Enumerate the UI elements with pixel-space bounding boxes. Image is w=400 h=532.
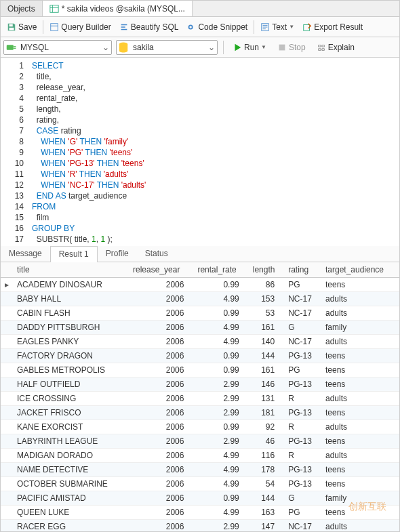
connection-toolbar: MYSQL ⌄ sakila ⌄ Run▼ Stop Explain (1, 37, 399, 58)
builder-icon (49, 22, 59, 32)
svg-rect-13 (279, 44, 285, 50)
table-row[interactable]: EAGLES PANKY20064.99140NC-17adults (1, 335, 399, 349)
table-row[interactable]: HALF OUTFIELD20062.99146PG-13teens (1, 377, 399, 392)
tab-file[interactable]: * sakila videos @sakila (MYSQL... (43, 1, 193, 16)
tab-status[interactable]: Status (137, 246, 176, 262)
tab-objects[interactable]: Objects (1, 1, 43, 16)
result-tabs: Message Result 1 Profile Status (1, 246, 399, 262)
svg-rect-0 (50, 5, 58, 12)
watermark: 创新互联 (348, 501, 386, 513)
table-row[interactable]: ICE CROSSING20062.99131Radults (1, 392, 399, 406)
chevron-down-icon: ▼ (261, 44, 266, 50)
top-tabs: Objects * sakila videos @sakila (MYSQL..… (1, 1, 399, 17)
database-combo[interactable]: sakila ⌄ (116, 40, 218, 55)
tab-label: Objects (7, 4, 35, 14)
table-row[interactable]: JACKET FRISCO20062.99181PG-13teens (1, 406, 399, 420)
text-button[interactable]: Text▼ (257, 20, 298, 34)
export-button[interactable]: Export Result (299, 20, 366, 34)
table-row[interactable]: QUEEN LUKE20064.99163PGteens (1, 506, 399, 520)
table-row[interactable]: PACIFIC AMISTAD20060.99144Gfamily (1, 491, 399, 506)
col-rating[interactable]: rating (284, 262, 321, 278)
main-toolbar: Save Query Builder Beautify SQL Code Sni… (1, 17, 399, 37)
text-icon (260, 22, 270, 32)
explain-button[interactable]: Explain (313, 41, 358, 54)
table-row[interactable]: RACER EGG20062.99147NC-17adults (1, 520, 399, 533)
table-row[interactable]: DADDY PITTSBURGH20064.99161Gfamily (1, 321, 399, 335)
beautify-label: Beautify SQL (131, 22, 179, 32)
svg-rect-3 (9, 24, 13, 26)
combo-text: sakila (130, 43, 206, 52)
svg-rect-5 (51, 23, 58, 30)
combo-text: MYSQL (18, 43, 100, 52)
table-row[interactable]: CABIN FLASH20060.9953NC-17adults (1, 306, 399, 321)
database-icon (117, 41, 130, 54)
save-label: Save (18, 22, 37, 32)
run-button[interactable]: Run▼ (229, 41, 270, 54)
table-row[interactable]: MADIGAN DORADO20064.99116Radults (1, 449, 399, 463)
explain-icon (317, 43, 326, 52)
chevron-down-icon: ⌄ (100, 43, 111, 52)
table-icon (49, 4, 59, 14)
stop-icon (277, 43, 287, 52)
connection-combo[interactable]: MYSQL ⌄ (3, 40, 112, 55)
save-button[interactable]: Save (3, 20, 40, 34)
col-title[interactable]: title (13, 262, 129, 278)
plug-icon (4, 41, 18, 54)
query-builder-button[interactable]: Query Builder (46, 20, 114, 34)
table-row[interactable]: ▸ACADEMY DINOSAUR20060.9986PGteens (1, 278, 399, 292)
result-grid[interactable]: titlerelease_yearrental_ratelengthrating… (1, 262, 399, 532)
stop-button[interactable]: Stop (274, 41, 309, 54)
export-label: Export Result (314, 22, 363, 32)
tab-profile[interactable]: Profile (98, 246, 137, 262)
table-row[interactable]: LABYRINTH LEAGUE20062.9946PG-13teens (1, 434, 399, 449)
snippet-icon (186, 22, 196, 32)
tab-result1[interactable]: Result 1 (50, 246, 98, 262)
svg-rect-4 (9, 27, 14, 30)
explain-label: Explain (328, 43, 355, 52)
run-label: Run (244, 43, 259, 52)
table-row[interactable]: BABY HALL20064.99153NC-17adults (1, 292, 399, 306)
tab-message[interactable]: Message (1, 246, 50, 262)
beautify-icon (119, 22, 129, 32)
export-icon (302, 22, 312, 32)
sql-editor[interactable]: 1234567−891011121314151617 SELECT title,… (1, 58, 399, 246)
table-row[interactable]: FACTORY DRAGON20060.99144PG-13teens (1, 349, 399, 363)
beautify-button[interactable]: Beautify SQL (116, 20, 182, 34)
qb-label: Query Builder (61, 22, 111, 32)
snippet-label: Code Snippet (198, 22, 247, 32)
chevron-down-icon: ⌄ (206, 43, 217, 52)
play-icon (233, 43, 242, 52)
table-row[interactable]: KANE EXORCIST20060.9992Radults (1, 420, 399, 434)
col-release_year[interactable]: release_year (129, 262, 193, 278)
table-row[interactable]: OCTOBER SUBMARINE20064.9954PG-13teens (1, 477, 399, 491)
disk-icon (7, 22, 16, 32)
chevron-down-icon: ▼ (289, 24, 294, 30)
col-length[interactable]: length (249, 262, 284, 278)
tab-label: * sakila videos @sakila (MYSQL... (62, 4, 185, 14)
snippet-button[interactable]: Code Snippet (183, 20, 251, 34)
stop-label: Stop (289, 43, 306, 52)
svg-rect-9 (7, 45, 14, 50)
text-label: Text (272, 22, 287, 32)
col-target_audience[interactable]: target_audience (321, 262, 399, 278)
table-row[interactable]: GABLES METROPOLIS20060.99161PGteens (1, 363, 399, 377)
table-row[interactable]: NAME DETECTIVE20064.99178PG-13teens (1, 463, 399, 477)
col-rental_rate[interactable]: rental_rate (193, 262, 248, 278)
